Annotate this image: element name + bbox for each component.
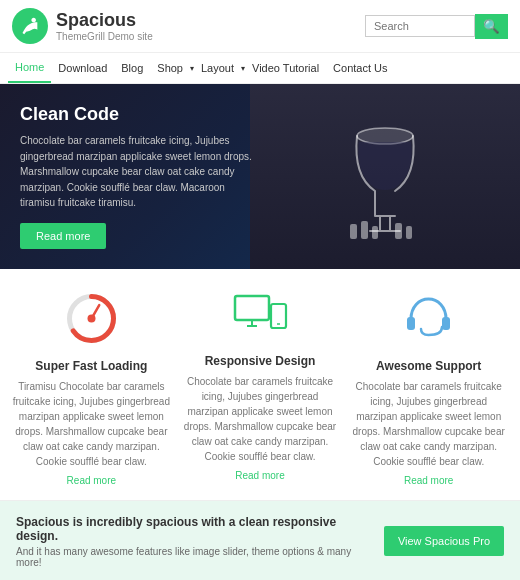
site-title: Spacious xyxy=(56,10,153,31)
logo: Spacious ThemeGrill Demo site xyxy=(12,8,153,44)
hero-read-more-button[interactable]: Read more xyxy=(20,223,106,249)
nav-layout[interactable]: Layout xyxy=(194,54,241,82)
logo-icon xyxy=(12,8,48,44)
features-section: Super Fast Loading Tiramisu Chocolate ba… xyxy=(0,269,520,501)
cta-text: Spacious is incredibly spacious with a c… xyxy=(16,515,372,568)
search-form: 🔍 xyxy=(365,14,508,39)
cta-title: Spacious is incredibly spacious with a c… xyxy=(16,515,372,543)
header: Spacious ThemeGrill Demo site 🔍 xyxy=(0,0,520,53)
feature-support-title: Awesome Support xyxy=(349,359,508,373)
feature-speed-link[interactable]: Read more xyxy=(12,475,171,486)
svg-line-9 xyxy=(91,305,99,318)
nav-contact[interactable]: Contact Us xyxy=(326,54,394,82)
svg-rect-15 xyxy=(407,317,415,330)
feature-speed: Super Fast Loading Tiramisu Chocolate ba… xyxy=(12,289,171,486)
feature-speed-body: Tiramisu Chocolate bar caramels fruitcak… xyxy=(12,379,171,469)
cta-button[interactable]: View Spacious Pro xyxy=(384,526,504,556)
feature-support: Awesome Support Chocolate bar caramels f… xyxy=(349,289,508,486)
svg-rect-16 xyxy=(442,317,450,330)
feature-speed-title: Super Fast Loading xyxy=(12,359,171,373)
nav-download[interactable]: Download xyxy=(51,54,114,82)
search-icon: 🔍 xyxy=(483,19,500,34)
responsive-icon xyxy=(230,289,290,344)
svg-rect-3 xyxy=(372,226,378,239)
feature-responsive-title: Responsive Design xyxy=(181,354,340,368)
hero-body: Chocolate bar caramels fruitcake icing, … xyxy=(20,133,260,211)
hero-content: Clean Code Chocolate bar caramels fruitc… xyxy=(20,104,260,249)
hero-image-area xyxy=(250,84,520,269)
wine-glass-illustration xyxy=(345,106,425,246)
support-icon xyxy=(399,289,459,349)
svg-rect-5 xyxy=(406,226,412,239)
hero-section: Clean Code Chocolate bar caramels fruitc… xyxy=(0,84,520,269)
cta-banner: Spacious is incredibly spacious with a c… xyxy=(0,501,520,581)
nav-blog[interactable]: Blog xyxy=(114,54,150,82)
svg-rect-10 xyxy=(235,296,269,320)
svg-point-0 xyxy=(357,128,413,144)
site-subtitle: ThemeGrill Demo site xyxy=(56,31,153,42)
logo-text: Spacious ThemeGrill Demo site xyxy=(56,10,153,42)
svg-rect-2 xyxy=(361,221,368,239)
hero-title: Clean Code xyxy=(20,104,260,125)
navigation: Home Download Blog Shop▾ Layout▾ Video T… xyxy=(0,53,520,84)
nav-home[interactable]: Home xyxy=(8,53,51,83)
nav-shop[interactable]: Shop xyxy=(150,54,190,82)
svg-rect-4 xyxy=(395,223,402,239)
speed-icon xyxy=(61,289,121,349)
feature-responsive: Responsive Design Chocolate bar caramels… xyxy=(181,289,340,486)
search-input[interactable] xyxy=(365,15,475,37)
feature-support-body: Chocolate bar caramels fruitcake icing, … xyxy=(349,379,508,469)
nav-video[interactable]: Video Tutorial xyxy=(245,54,326,82)
cta-subtitle: And it has many awesome features like im… xyxy=(16,546,372,568)
feature-responsive-link[interactable]: Read more xyxy=(181,470,340,481)
search-button[interactable]: 🔍 xyxy=(475,14,508,39)
feature-support-link[interactable]: Read more xyxy=(349,475,508,486)
feature-responsive-body: Chocolate bar caramels fruitcake icing, … xyxy=(181,374,340,464)
svg-rect-1 xyxy=(350,224,357,239)
